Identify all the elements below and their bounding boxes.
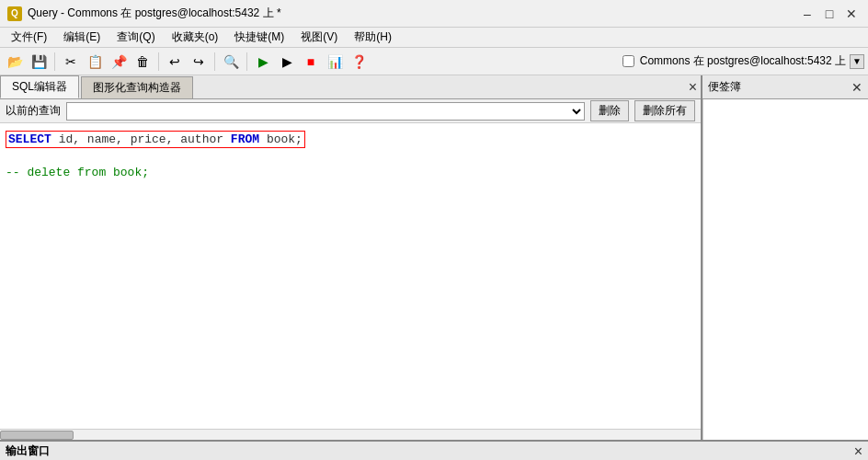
- notes-panel: 便签簿 ✕: [702, 75, 868, 440]
- close-button[interactable]: ✕: [842, 5, 861, 23]
- query-bar-label: 以前的查询: [6, 103, 61, 119]
- toolbar-sep-1: [54, 52, 55, 71]
- toolbar-sep-2: [158, 52, 159, 71]
- sql-line-1: SELECT id, name, price, author FROM book…: [6, 131, 695, 148]
- editor-panel-close[interactable]: ×: [689, 80, 697, 95]
- sql-line-3: -- delete from book;: [6, 166, 695, 179]
- previous-queries-select[interactable]: [66, 102, 585, 121]
- maximize-button[interactable]: □: [820, 5, 839, 23]
- menu-view[interactable]: 视图(V): [293, 28, 345, 47]
- sql-line-2: [6, 150, 695, 164]
- explain-button[interactable]: 📊: [324, 51, 346, 73]
- paste-button[interactable]: 📌: [108, 51, 130, 73]
- db-selector-label: Commons 在 postgres@localhost:5432 上: [640, 53, 846, 69]
- notes-header: 便签簿 ✕: [702, 75, 868, 99]
- main-area: SQL编辑器 图形化查询构造器 × 以前的查询 删除 删除所有 SELECT i: [0, 75, 868, 440]
- redo-button[interactable]: ↪: [188, 51, 210, 73]
- menu-bar: 文件(F) 编辑(E) 查询(Q) 收藏夹(o) 快捷键(M) 视图(V) 帮助…: [0, 28, 868, 48]
- bottom-section: 输出窗口 × 数据输出 解释 消息 历史 ▼: [0, 440, 868, 460]
- editor-scrollbar-thumb[interactable]: [0, 431, 74, 440]
- notes-content[interactable]: [702, 99, 868, 440]
- stop-button[interactable]: ■: [300, 51, 322, 73]
- open-button[interactable]: 📂: [4, 51, 26, 73]
- notes-close-button[interactable]: ✕: [851, 80, 862, 95]
- find-button[interactable]: 🔍: [220, 51, 242, 73]
- title-bar: Q Query - Commons 在 postgres@localhost:5…: [0, 0, 868, 28]
- output-title: 输出窗口: [6, 443, 50, 459]
- commons-checkbox[interactable]: [622, 55, 634, 67]
- menu-shortcuts[interactable]: 快捷键(M): [227, 28, 291, 47]
- sql-editor-area[interactable]: SELECT id, name, price, author FROM book…: [0, 123, 701, 429]
- sql-editor-content: SELECT id, name, price, author FROM book…: [6, 131, 695, 179]
- toolbar-right: Commons 在 postgres@localhost:5432 上 ▼: [622, 53, 864, 69]
- sql-columns: id, name, price, author: [59, 132, 231, 146]
- sql-keyword-from: FROM: [231, 132, 259, 146]
- query-bar: 以前的查询 删除 删除所有: [0, 99, 701, 123]
- tab-sql-editor[interactable]: SQL编辑器: [0, 75, 79, 98]
- run-script-button[interactable]: ▶: [276, 51, 298, 73]
- toolbar-sep-3: [214, 52, 215, 71]
- output-close-button[interactable]: ×: [854, 444, 862, 459]
- menu-help[interactable]: 帮助(H): [347, 28, 399, 47]
- delete-query-button[interactable]: 删除: [590, 100, 629, 121]
- notes-title: 便签簿: [708, 79, 741, 95]
- cut-button[interactable]: ✂: [60, 51, 82, 73]
- window-title: Query - Commons 在 postgres@localhost:543…: [28, 6, 281, 21]
- db-selector-arrow[interactable]: ▼: [850, 54, 864, 69]
- sql-comment-line: -- delete from book;: [6, 166, 149, 179]
- app-icon: Q: [7, 6, 22, 21]
- help-button[interactable]: ❓: [348, 51, 370, 73]
- clear-button[interactable]: 🗑: [131, 51, 154, 73]
- tab-visual-query[interactable]: 图形化查询构造器: [81, 76, 193, 98]
- menu-query[interactable]: 查询(Q): [109, 28, 162, 47]
- sql-keyword-select: SELECT: [8, 132, 51, 146]
- undo-button[interactable]: ↩: [164, 51, 186, 73]
- output-header: 输出窗口 ×: [0, 442, 868, 460]
- editor-panel: SQL编辑器 图形化查询构造器 × 以前的查询 删除 删除所有 SELECT i: [0, 75, 702, 440]
- menu-file[interactable]: 文件(F): [4, 28, 54, 47]
- sql-highlighted-statement: SELECT id, name, price, author FROM book…: [6, 131, 305, 148]
- output-panel: 输出窗口 × 数据输出 解释 消息 历史 ▼: [0, 442, 868, 460]
- run-button[interactable]: ▶: [252, 51, 274, 73]
- editor-scrollbar-h[interactable]: [0, 429, 701, 440]
- editor-tabs: SQL编辑器 图形化查询构造器 ×: [0, 75, 701, 99]
- menu-edit[interactable]: 编辑(E): [56, 28, 108, 47]
- title-bar-left: Q Query - Commons 在 postgres@localhost:5…: [7, 6, 281, 21]
- sql-table: book;: [267, 132, 303, 146]
- window-controls: – □ ✕: [798, 5, 861, 23]
- toolbar: 📂 💾 ✂ 📋 📌 🗑 ↩ ↪ 🔍 ▶ ▶ ■ 📊 ❓ Commons 在 po…: [0, 48, 868, 75]
- menu-favorites[interactable]: 收藏夹(o): [165, 28, 226, 47]
- toolbar-sep-4: [246, 52, 247, 71]
- minimize-button[interactable]: –: [798, 5, 817, 23]
- delete-all-queries-button[interactable]: 删除所有: [634, 100, 695, 121]
- save-button[interactable]: 💾: [28, 51, 50, 73]
- copy-button[interactable]: 📋: [84, 51, 106, 73]
